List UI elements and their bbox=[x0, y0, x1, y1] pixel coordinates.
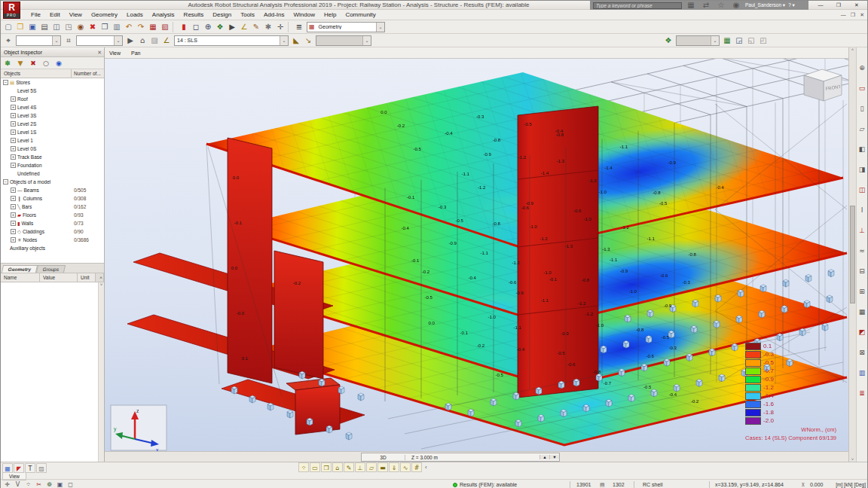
layout-list-icon[interactable]: ≣ bbox=[293, 21, 305, 33]
tree-expand-icon[interactable]: + bbox=[11, 204, 16, 209]
filter-edit-icon[interactable]: ▼ bbox=[15, 58, 26, 69]
menu-window[interactable]: Window bbox=[289, 10, 319, 20]
tree-expand-icon[interactable]: + bbox=[11, 237, 16, 242]
column-tool-icon[interactable]: ▯ bbox=[857, 99, 867, 119]
viewport-scrollbar[interactable]: ˄˅ bbox=[849, 47, 857, 462]
component-combo-disabled[interactable]: ⌄ bbox=[316, 35, 371, 46]
tree-expand-icon[interactable]: + bbox=[11, 121, 16, 127]
inspector-help-globe-icon[interactable]: ◉ bbox=[53, 58, 64, 69]
tree-expand-icon[interactable]: + bbox=[11, 212, 16, 218]
view-cube[interactable]: FRONT bbox=[804, 69, 842, 101]
tab-pan[interactable]: Pan bbox=[131, 50, 140, 56]
menu-tools[interactable]: Tools bbox=[236, 10, 259, 20]
pointer-icon[interactable]: ▶ bbox=[124, 35, 136, 47]
number-column-header[interactable]: Number of... bbox=[72, 69, 104, 78]
help-menu[interactable]: ? ▾ bbox=[788, 2, 795, 8]
zoom-window-icon[interactable]: ◻ bbox=[190, 21, 202, 33]
tree-item-level-5s[interactable]: Level 5S bbox=[1, 87, 104, 95]
menu-edit[interactable]: Edit bbox=[45, 10, 65, 20]
tools-wrench-icon[interactable]: ✛ bbox=[274, 21, 286, 33]
paste-icon[interactable]: ▥ bbox=[111, 21, 123, 33]
units-label[interactable]: [m] [kN] [Deg] bbox=[836, 480, 866, 488]
tree-item-columns[interactable]: +❙Columns0/308 bbox=[1, 194, 104, 203]
tree-item-level-0s[interactable]: +Level 0S bbox=[1, 145, 104, 153]
sketch-icon[interactable]: ✎ bbox=[250, 21, 262, 33]
tree-expand-icon[interactable]: − bbox=[3, 179, 8, 185]
support-display-icon[interactable]: ⊥ bbox=[355, 462, 365, 472]
tree-item-auxiliary-objects[interactable]: Auxiliary objects bbox=[1, 244, 104, 252]
text-view-icon[interactable]: T bbox=[25, 463, 35, 473]
measure-angle-icon[interactable]: ∠ bbox=[238, 21, 250, 33]
view-query-icon[interactable]: Ⅴ bbox=[13, 480, 23, 488]
menu-geometry[interactable]: Geometry bbox=[87, 10, 122, 20]
menu-loads[interactable]: Loads bbox=[122, 10, 148, 20]
tree-item-level-3s[interactable]: +Level 3S bbox=[1, 111, 104, 120]
support-tool-icon[interactable]: ⊥ bbox=[857, 221, 867, 241]
view-mode-label[interactable]: 3D bbox=[362, 455, 405, 460]
minimize-button[interactable]: — bbox=[811, 1, 830, 10]
menu-addins[interactable]: Add-Ins bbox=[259, 10, 289, 20]
print-icon[interactable]: ▤ bbox=[38, 21, 50, 33]
offset-tool-icon[interactable]: ⊟ bbox=[857, 261, 867, 282]
cladding-tool-icon[interactable]: ◨ bbox=[857, 160, 867, 180]
inspector-tree-icon[interactable]: ✽ bbox=[2, 58, 13, 69]
inspector-close-icon[interactable]: ✕ bbox=[97, 47, 102, 57]
numbers-display-icon[interactable]: # bbox=[411, 462, 422, 472]
tree-expand-icon[interactable]: + bbox=[11, 154, 16, 160]
menu-results[interactable]: Results bbox=[179, 10, 209, 20]
tree-expand-icon[interactable]: + bbox=[11, 96, 16, 102]
truss-tool-icon[interactable]: ◩ bbox=[857, 322, 867, 343]
model-view-icon[interactable]: ▦ bbox=[2, 463, 13, 473]
menu-help[interactable]: Help bbox=[319, 10, 341, 20]
render-mode-icon[interactable]: ❁ bbox=[44, 480, 54, 488]
calculation-report-icon[interactable]: ▧ bbox=[159, 21, 171, 33]
tree-expand-icon[interactable]: + bbox=[11, 105, 16, 110]
mdi-close-button[interactable]: ✕ bbox=[860, 12, 864, 18]
section-help-icon[interactable]: ◣ bbox=[290, 35, 302, 47]
search-input[interactable] bbox=[593, 2, 682, 9]
view-attributes-icon[interactable]: ❖ bbox=[214, 21, 226, 33]
model-canvas[interactable]: 0.0-0.2-0.4-0.5-0.8-0.9-1.2-1.3-1.4-1.4-… bbox=[105, 59, 848, 462]
tree-item-floors[interactable]: +▰Floors0/93 bbox=[1, 211, 104, 219]
mdi-restore-button[interactable]: ❐ bbox=[851, 12, 855, 18]
print-preview-icon[interactable]: ◫ bbox=[50, 21, 63, 33]
tree-item-walls[interactable]: +▮Walls0/73 bbox=[1, 219, 104, 227]
scrollbar-thumb[interactable] bbox=[850, 206, 855, 303]
section-tool-icon[interactable]: Ⅰ bbox=[857, 200, 867, 221]
open-project-icon[interactable]: ❒ bbox=[14, 21, 26, 33]
render-icon[interactable]: ✱ bbox=[262, 21, 274, 33]
inspector-search-icon[interactable]: ○ bbox=[41, 58, 51, 69]
offset-help-icon[interactable]: ↘ bbox=[302, 35, 314, 47]
box-mode-icon[interactable]: ◻ bbox=[66, 480, 75, 488]
load-case-combo-arrow-icon[interactable]: ⌄ bbox=[280, 36, 288, 45]
mdi-minimize-button[interactable]: — bbox=[841, 12, 846, 18]
freeze-results-icon[interactable]: ◱ bbox=[745, 35, 757, 47]
tree-item-foundation[interactable]: +Foundation bbox=[1, 161, 104, 169]
menu-analysis[interactable]: Analysis bbox=[148, 10, 179, 20]
layout-combo[interactable]: ▦Geometry⌄ bbox=[307, 22, 385, 32]
select-mode-icon[interactable]: ✛ bbox=[2, 480, 12, 488]
new-project-icon[interactable]: ▢ bbox=[2, 21, 14, 33]
results-status-icon[interactable]: ◰ bbox=[757, 35, 769, 47]
tree-item-level-1s[interactable]: +Level 1S bbox=[1, 128, 104, 136]
tree-item-beams[interactable]: +―Beams0/505 bbox=[1, 186, 104, 194]
analysis-combo[interactable]: ⌄ bbox=[676, 35, 720, 46]
z-level-label[interactable]: Z = 3.000 m bbox=[405, 455, 539, 460]
tree-expand-icon[interactable]: + bbox=[11, 221, 16, 226]
tree-item-undefined[interactable]: Undefined bbox=[1, 169, 104, 178]
node-selection-combo[interactable]: ⌄ bbox=[76, 35, 123, 46]
window-mode-icon[interactable]: ▣ bbox=[55, 480, 65, 488]
node-tool-icon[interactable]: ⊕ bbox=[857, 58, 867, 78]
tree-item-nodes[interactable]: +✳Nodes0/3686 bbox=[1, 236, 104, 244]
calculation-help-icon[interactable]: ◲ bbox=[733, 35, 745, 47]
wall-tool-icon[interactable]: ◧ bbox=[857, 139, 867, 160]
opening-tool-icon[interactable]: ◫ bbox=[857, 180, 867, 200]
analysis-params-icon[interactable]: ❖ bbox=[662, 35, 674, 47]
tree-expand-icon[interactable]: + bbox=[11, 163, 16, 168]
tree-item-level-4s[interactable]: +Level 4S bbox=[1, 103, 104, 111]
zoom-in-icon[interactable]: ⊕ bbox=[202, 21, 214, 33]
tree-expand-icon[interactable]: + bbox=[11, 229, 16, 234]
tab-view[interactable]: View bbox=[109, 50, 121, 56]
frame-tool-icon[interactable]: ▦ bbox=[857, 302, 867, 322]
tree-expand-icon[interactable]: + bbox=[11, 188, 16, 193]
